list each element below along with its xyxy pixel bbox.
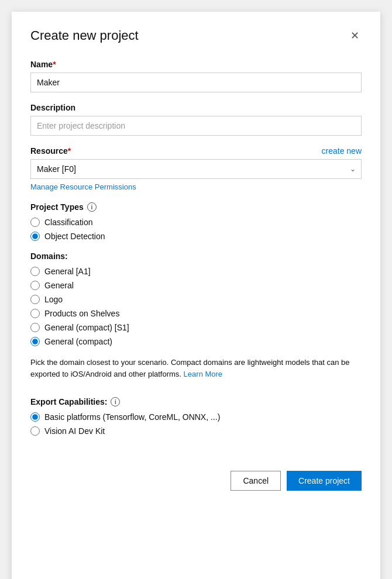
cancel-button[interactable]: Cancel xyxy=(231,471,281,491)
domain-description: Pick the domain closest to your scenario… xyxy=(30,357,362,380)
resource-header: Resource* create new xyxy=(30,146,362,156)
products-on-shelves-radio[interactable] xyxy=(30,309,40,318)
export-capabilities-section: Export Capabilities: i Basic platforms (… xyxy=(30,397,362,436)
create-project-button[interactable]: Create project xyxy=(287,471,362,491)
classification-label: Classification xyxy=(44,218,92,227)
resource-label: Resource* xyxy=(30,146,71,156)
name-field-group: Name* xyxy=(30,60,362,92)
products-on-shelves-label: Products on Shelves xyxy=(44,309,119,318)
description-input[interactable] xyxy=(30,116,362,136)
general-compact-s1-radio-item[interactable]: General (compact) [S1] xyxy=(30,323,362,332)
description-field-group: Description xyxy=(30,103,362,136)
products-on-shelves-radio-item[interactable]: Products on Shelves xyxy=(30,309,362,318)
classification-radio-item[interactable]: Classification xyxy=(30,218,362,227)
classification-radio[interactable] xyxy=(30,218,40,227)
resource-field-group: Resource* create new Maker [F0] ⌄ Manage… xyxy=(30,146,362,192)
general-compact-s1-label: General (compact) [S1] xyxy=(44,323,129,332)
description-label: Description xyxy=(30,103,362,112)
create-new-link[interactable]: create new xyxy=(322,146,362,156)
logo-radio-item[interactable]: Logo xyxy=(30,295,362,304)
create-project-dialog: Create new project ✕ Name* Description R… xyxy=(12,12,380,579)
export-capabilities-radio-group: Basic platforms (Tensorflow, CoreML, ONN… xyxy=(30,412,362,436)
basic-platforms-radio[interactable] xyxy=(30,412,40,422)
general-radio[interactable] xyxy=(30,281,40,290)
project-types-title: Project Types i xyxy=(30,202,362,212)
basic-platforms-radio-item[interactable]: Basic platforms (Tensorflow, CoreML, ONN… xyxy=(30,412,362,422)
resource-required-star: * xyxy=(68,146,71,156)
basic-platforms-label: Basic platforms (Tensorflow, CoreML, ONN… xyxy=(44,412,220,422)
general-radio-item[interactable]: General xyxy=(30,281,362,290)
export-capabilities-title: Export Capabilities: i xyxy=(30,397,362,406)
name-required-star: * xyxy=(53,60,56,69)
domains-section: Domains: General [A1] General Logo Produ… xyxy=(30,251,362,380)
export-info-icon: i xyxy=(111,397,120,406)
logo-radio[interactable] xyxy=(30,295,40,304)
vision-ai-dev-kit-radio[interactable] xyxy=(30,426,40,436)
dialog-footer: Cancel Create project xyxy=(30,459,362,491)
learn-more-link[interactable]: Learn More xyxy=(184,370,222,378)
general-a1-radio-item[interactable]: General [A1] xyxy=(30,267,362,276)
domains-title: Domains: xyxy=(30,251,362,261)
project-types-section: Project Types i Classification Object De… xyxy=(30,202,362,241)
vision-ai-dev-kit-radio-item[interactable]: Vision AI Dev Kit xyxy=(30,426,362,436)
general-a1-radio[interactable] xyxy=(30,267,40,276)
general-compact-radio[interactable] xyxy=(30,337,40,346)
general-a1-label: General [A1] xyxy=(44,267,91,276)
object-detection-radio-item[interactable]: Object Detection xyxy=(30,232,362,241)
project-types-info-icon: i xyxy=(87,202,97,212)
manage-permissions-link[interactable]: Manage Resource Permissions xyxy=(30,182,136,191)
object-detection-label: Object Detection xyxy=(44,232,105,241)
dialog-header: Create new project ✕ xyxy=(30,28,362,43)
object-detection-radio[interactable] xyxy=(30,232,40,241)
dialog-title: Create new project xyxy=(30,28,139,43)
name-label: Name* xyxy=(30,60,362,69)
vision-ai-dev-kit-label: Vision AI Dev Kit xyxy=(44,426,105,436)
resource-select-wrapper: Maker [F0] ⌄ xyxy=(30,159,362,179)
general-compact-radio-item[interactable]: General (compact) xyxy=(30,337,362,346)
domains-radio-group: General [A1] General Logo Products on Sh… xyxy=(30,267,362,346)
general-compact-s1-radio[interactable] xyxy=(30,323,40,332)
general-label: General xyxy=(44,281,74,290)
resource-select[interactable]: Maker [F0] xyxy=(30,159,362,179)
logo-label: Logo xyxy=(44,295,63,304)
name-input[interactable] xyxy=(30,73,362,92)
general-compact-label: General (compact) xyxy=(44,337,112,346)
close-button[interactable]: ✕ xyxy=(348,28,362,43)
project-types-radio-group: Classification Object Detection xyxy=(30,218,362,241)
